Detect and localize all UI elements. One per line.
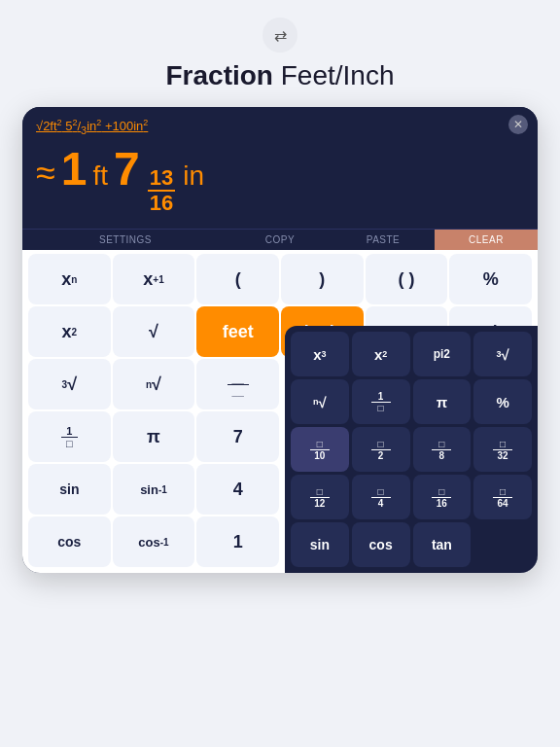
popup-x3[interactable]: x3 <box>291 332 349 376</box>
key-frac-divide[interactable]: __ __ <box>196 359 279 409</box>
key-xn[interactable]: xn <box>28 254 111 304</box>
display-area: ✕ √2ft2 52/3in2 +100in2 ≈ 1 ft 7 13 16 i… <box>22 107 538 229</box>
close-button[interactable]: ✕ <box>508 115 528 134</box>
popup-pi[interactable]: π <box>413 379 472 424</box>
popup-frac-64[interactable]: □ 64 <box>473 475 532 519</box>
popup-frac-4[interactable]: □ 4 <box>352 475 410 519</box>
paste-button[interactable]: PASTE <box>332 230 435 250</box>
key-sin[interactable]: sin <box>28 464 111 515</box>
popup-x2[interactable]: x2 <box>352 332 410 376</box>
key-7[interactable]: 7 <box>196 411 279 462</box>
key-nroot[interactable]: n√ <box>113 359 195 409</box>
approx-symbol: ≈ <box>36 153 55 194</box>
key-1[interactable]: 1 <box>196 516 279 567</box>
popup-frac-2[interactable]: □ 2 <box>352 427 410 472</box>
key-recip[interactable]: 1 □ <box>28 411 111 462</box>
key-x-plus1[interactable]: x+1 <box>113 254 195 304</box>
key-feet[interactable]: feet <box>196 306 279 357</box>
key-lparen[interactable]: ( <box>196 254 279 304</box>
key-pi[interactable]: π <box>113 411 195 462</box>
result-fraction: 13 16 <box>148 166 175 215</box>
key-cos[interactable]: cos <box>28 516 111 567</box>
popup-panel: x3 x2 pi2 3√ n√ 1 □ π % □ <box>285 326 538 573</box>
result-inches-unit: in <box>183 160 204 192</box>
popup-grid: x3 x2 pi2 3√ n√ 1 □ π % □ <box>291 332 532 567</box>
key-rparen[interactable]: ) <box>281 254 364 304</box>
popup-tan[interactable]: tan <box>413 522 472 567</box>
keypad-area: xn x+1 ( ) ( ) % x2 √ feet inch km ≡I 3√… <box>22 250 538 573</box>
popup-percent[interactable]: % <box>473 379 532 424</box>
popup-sin[interactable]: sin <box>291 522 349 567</box>
result-display: ≈ 1 ft 7 13 16 in <box>36 142 524 221</box>
popup-frac-16[interactable]: □ 16 <box>413 475 472 519</box>
popup-frac-8[interactable]: □ 8 <box>413 427 472 472</box>
swap-icon[interactable]: ⇄ <box>262 18 298 53</box>
top-bar: SETTINGS COPY PASTE CLEAR <box>22 229 538 250</box>
key-x2[interactable]: x2 <box>28 306 111 357</box>
key-parens[interactable]: ( ) <box>366 254 448 304</box>
key-sqrt[interactable]: √ <box>113 306 195 357</box>
popup-cos[interactable]: cos <box>352 522 410 567</box>
popup-cbrt[interactable]: 3√ <box>473 332 532 376</box>
popup-frac-10[interactable]: □ 10 <box>291 427 349 472</box>
popup-frac-32[interactable]: □ 32 <box>473 427 532 472</box>
settings-button[interactable]: SETTINGS <box>22 230 228 250</box>
clear-button[interactable]: CLEAR <box>435 230 538 250</box>
result-feet-number: 1 <box>61 142 88 196</box>
key-cos-inv[interactable]: cos-1 <box>113 516 195 567</box>
calculator-container: ✕ √2ft2 52/3in2 +100in2 ≈ 1 ft 7 13 16 i… <box>22 107 538 573</box>
key-percent[interactable]: % <box>449 254 532 304</box>
copy-button[interactable]: COPY <box>228 230 332 250</box>
key-cbrt[interactable]: 3√ <box>28 359 111 409</box>
page-title: Fraction Feet/Inch <box>166 60 395 91</box>
popup-nroot[interactable]: n√ <box>291 379 349 424</box>
popup-pi2[interactable]: pi2 <box>413 332 472 376</box>
key-sin-inv[interactable]: sin-1 <box>113 464 195 515</box>
result-inches-number: 7 <box>114 142 140 196</box>
popup-empty <box>473 522 532 567</box>
result-feet-unit: ft <box>92 160 108 192</box>
popup-frac-12[interactable]: □ 12 <box>291 475 349 519</box>
popup-recip[interactable]: 1 □ <box>352 379 410 424</box>
input-expression: √2ft2 52/3in2 +100in2 <box>36 117 524 138</box>
key-4[interactable]: 4 <box>196 464 279 515</box>
swap-icon-area: ⇄ <box>262 18 298 53</box>
